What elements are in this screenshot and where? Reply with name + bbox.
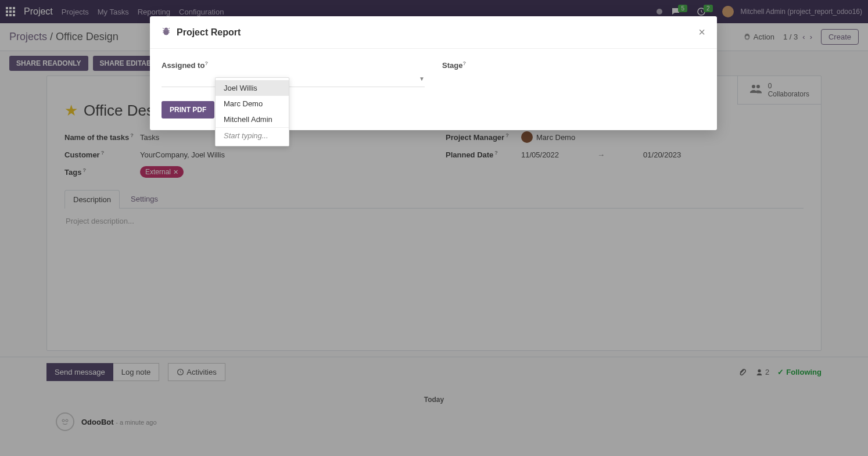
label-assigned-to: Assigned to? <box>162 60 425 70</box>
dropdown-item-joel[interactable]: Joel Willis <box>216 80 289 96</box>
field-assigned-to: Assigned to? ▼ <box>162 60 425 87</box>
bug-icon <box>162 27 171 38</box>
print-pdf-button[interactable]: PRINT PDF <box>162 101 214 119</box>
dropdown-item-marc[interactable]: Marc Demo <box>216 96 289 112</box>
dropdown-caret-icon[interactable]: ▼ <box>419 76 425 84</box>
modal-close-button[interactable]: × <box>698 26 705 39</box>
dropdown-start-typing[interactable]: Start typing... <box>216 127 289 143</box>
assigned-to-input[interactable] <box>162 76 419 84</box>
dropdown-item-mitchell[interactable]: Mitchell Admin <box>216 112 289 127</box>
assigned-to-dropdown: Joel Willis Marc Demo Mitchell Admin Sta… <box>215 77 289 146</box>
modal-title: Project Report <box>177 27 241 38</box>
label-stage: Stage? <box>442 60 705 70</box>
field-stage: Stage? <box>442 60 705 87</box>
